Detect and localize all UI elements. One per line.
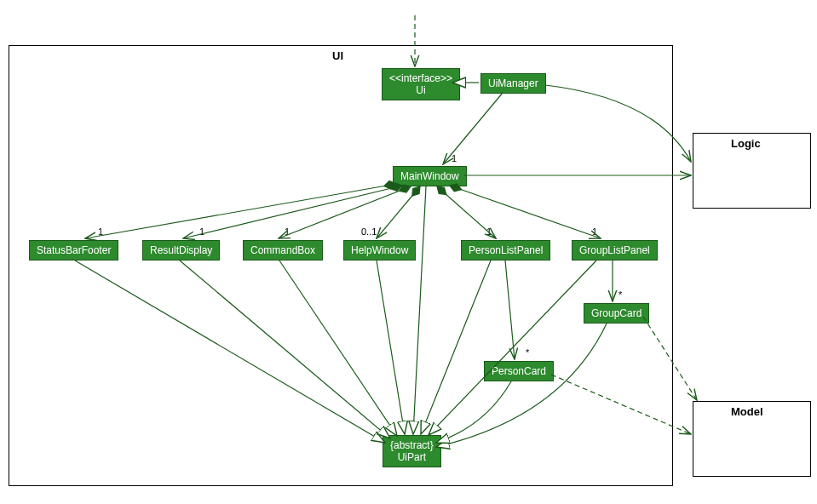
personcard-name: PersonCard: [492, 365, 546, 377]
mult-personcard: *: [526, 347, 529, 358]
class-ui-interface: <<interface>> Ui: [382, 68, 460, 100]
personlistpanel-name: PersonListPanel: [469, 244, 543, 256]
grouplistpanel-name: GroupListPanel: [579, 244, 650, 256]
mult-grouplistpanel: 1: [592, 226, 597, 237]
uimanager-name: UiManager: [488, 77, 538, 89]
groupcard-name: GroupCard: [591, 307, 642, 319]
ui-stereotype: <<interface>>: [389, 72, 452, 84]
class-personlistpanel: PersonListPanel: [461, 240, 550, 261]
class-mainwindow: MainWindow: [393, 166, 467, 186]
package-logic-label: Logic: [731, 137, 761, 150]
mult-personlistpanel: 1: [486, 226, 492, 237]
package-model-label: Model: [731, 405, 763, 418]
class-grouplistpanel: GroupListPanel: [572, 240, 658, 261]
commandbox-name: CommandBox: [250, 244, 315, 256]
mult-statusbarfooter: 1: [98, 226, 103, 237]
class-statusbarfooter: StatusBarFooter: [29, 240, 118, 261]
mult-mainwindow: 1: [452, 153, 457, 163]
class-commandbox: CommandBox: [243, 240, 323, 261]
mult-commandbox: 1: [285, 226, 290, 237]
mult-groupcard: *: [619, 289, 622, 300]
class-resultdisplay: ResultDisplay: [142, 240, 220, 261]
package-ui: [9, 45, 673, 486]
mult-resultdisplay: 1: [199, 226, 204, 237]
resultdisplay-name: ResultDisplay: [150, 244, 212, 256]
package-ui-label: UI: [332, 49, 343, 62]
class-uipart: {abstract} UiPart: [383, 435, 441, 467]
uipart-name: UiPart: [390, 451, 434, 463]
class-helpwindow: HelpWindow: [343, 240, 416, 261]
statusbarfooter-name: StatusBarFooter: [37, 244, 111, 256]
class-uimanager: UiManager: [480, 73, 546, 94]
class-groupcard: GroupCard: [584, 303, 649, 324]
ui-name: Ui: [389, 84, 452, 96]
uipart-stereotype: {abstract}: [390, 439, 434, 451]
mult-helpwindow: 0..1: [361, 226, 377, 237]
mainwindow-name: MainWindow: [400, 170, 459, 182]
helpwindow-name: HelpWindow: [351, 244, 408, 256]
class-personcard: PersonCard: [484, 361, 554, 381]
